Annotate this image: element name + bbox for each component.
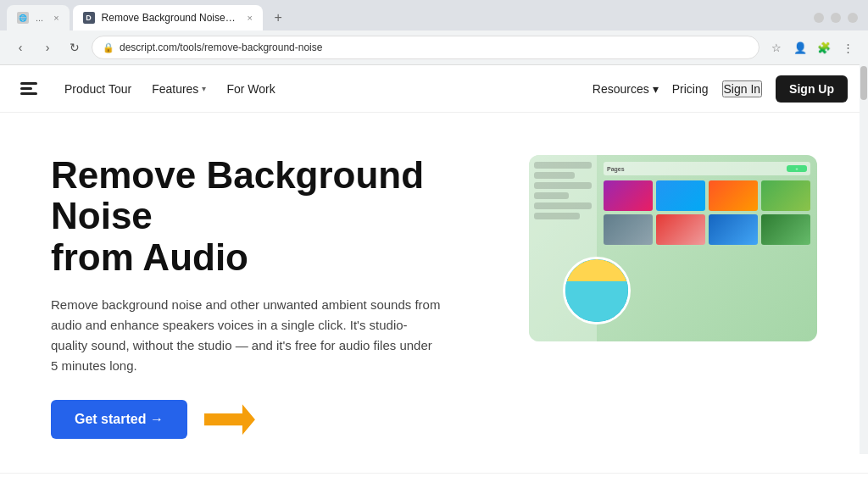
mockup-card-8	[761, 214, 810, 245]
scrollbar-thumb[interactable]	[860, 66, 867, 100]
logo-line-3	[20, 92, 37, 95]
sidebar-item	[534, 202, 592, 209]
sidebar-item	[534, 192, 569, 199]
logo-line-1	[20, 82, 37, 85]
mockup-card-1	[604, 180, 653, 211]
mockup-topbar: Pages +	[604, 162, 810, 175]
tab-close-2[interactable]: ×	[248, 13, 253, 23]
logos-section: StanfordUniversity audible an amazon com…	[0, 473, 868, 488]
sidebar-item	[534, 162, 592, 169]
sidebar-item	[534, 172, 575, 179]
nav-resources[interactable]: Resources ▾	[593, 82, 659, 96]
nav-right: Resources ▾ Pricing Sign In Sign Up	[593, 75, 848, 103]
arrow-decoration	[204, 404, 255, 435]
main-nav: Product Tour Features ▾ For Work Resourc…	[0, 65, 868, 113]
nav-left: Product Tour Features ▾ For Work	[20, 77, 275, 101]
sign-in-button[interactable]: Sign In	[722, 80, 763, 97]
address-bar: ‹ › ↻ 🔒 descript.com/tools/remove-backgr…	[0, 30, 868, 64]
sidebar-item	[534, 213, 580, 219]
sidebar-item	[534, 182, 592, 189]
mockup-card-3	[709, 180, 758, 211]
tab-title-2: Remove Background Noise from...	[102, 12, 237, 24]
tab-favicon-2: D	[83, 12, 95, 24]
menu-icon[interactable]: ⋮	[837, 37, 858, 58]
nav-for-work[interactable]: For Work	[226, 82, 275, 96]
resources-chevron-icon: ▾	[653, 82, 659, 96]
site-logo[interactable]	[20, 77, 44, 101]
maximize-button[interactable]	[831, 13, 841, 23]
person-circle	[563, 257, 631, 324]
mockup-action-btn: +	[787, 165, 807, 172]
close-button[interactable]	[848, 13, 858, 23]
forward-button[interactable]: ›	[37, 37, 58, 58]
browser-chrome: 🌐 ... × D Remove Background Noise from..…	[0, 0, 868, 65]
mockup-card-6	[656, 214, 705, 245]
nav-features[interactable]: Features ▾	[152, 82, 206, 96]
get-started-button[interactable]: Get started →	[51, 400, 187, 439]
tab-active[interactable]: D Remove Background Noise from... ×	[73, 5, 263, 30]
scrollbar[interactable]	[860, 64, 868, 454]
nav-product-tour[interactable]: Product Tour	[64, 82, 131, 96]
hero-left: Remove Background Noise from Audio Remov…	[51, 155, 478, 439]
mockup-grid	[604, 180, 810, 245]
toolbar-icons: ☆ 👤 🧩 ⋮	[766, 37, 858, 58]
sign-up-button[interactable]: Sign Up	[776, 75, 848, 103]
logo-icon	[20, 77, 44, 101]
tab-favicon-1: 🌐	[17, 12, 29, 24]
tab-bar: 🌐 ... × D Remove Background Noise from..…	[0, 0, 868, 30]
nav-pricing[interactable]: Pricing	[672, 82, 709, 96]
url-text: descript.com/tools/remove-background-noi…	[120, 42, 322, 53]
mockup-main-area: Pages +	[597, 155, 817, 341]
hero-image: Pages +	[529, 155, 817, 341]
profile-icon[interactable]: 👤	[790, 37, 810, 58]
bookmark-icon[interactable]: ☆	[766, 37, 787, 58]
minimize-button[interactable]	[814, 13, 824, 23]
person-avatar	[565, 259, 628, 322]
url-bar[interactable]: 🔒 descript.com/tools/remove-background-n…	[92, 36, 760, 59]
tab-close-1[interactable]: ×	[53, 13, 58, 23]
mockup-card-7	[709, 214, 758, 245]
hero-description: Remove background noise and other unwant…	[51, 295, 441, 376]
hero-section: Remove Background Noise from Audio Remov…	[0, 113, 868, 473]
tab-inactive[interactable]: 🌐 ... ×	[7, 5, 70, 30]
mockup-card-2	[656, 180, 705, 211]
tab-title-1: ...	[36, 13, 43, 23]
hero-title: Remove Background Noise from Audio	[51, 155, 478, 278]
features-chevron-icon: ▾	[202, 84, 206, 93]
arrow-shape	[204, 404, 255, 435]
logo-line-2	[20, 87, 32, 90]
reload-button[interactable]: ↻	[64, 37, 85, 58]
mockup-card-5	[604, 214, 653, 245]
back-button[interactable]: ‹	[10, 37, 31, 58]
website-content: Product Tour Features ▾ For Work Resourc…	[0, 65, 868, 488]
cta-area: Get started →	[51, 400, 478, 439]
new-tab-button[interactable]: +	[266, 6, 290, 30]
mockup-card-4	[761, 180, 810, 211]
extensions-icon[interactable]: 🧩	[814, 37, 834, 58]
